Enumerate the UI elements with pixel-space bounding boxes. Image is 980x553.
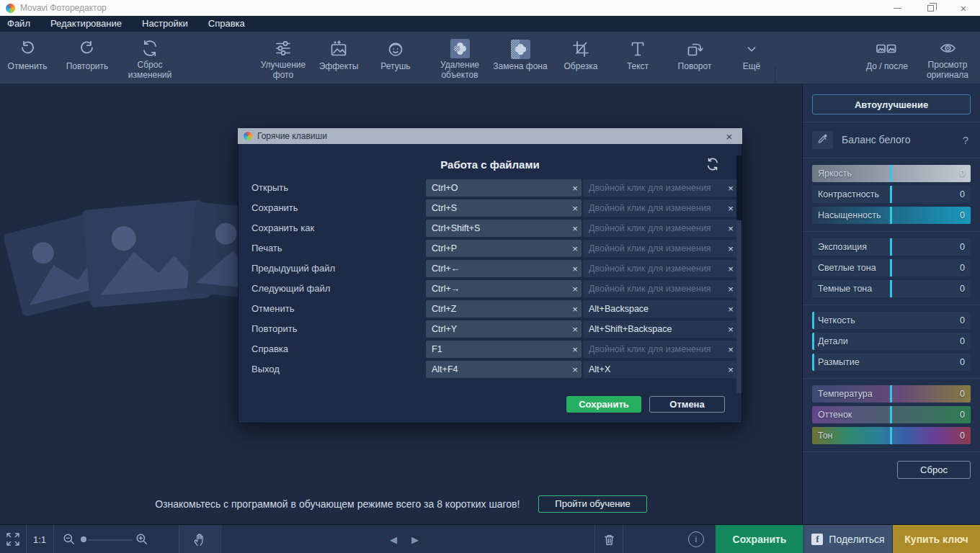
clear-icon[interactable]: × xyxy=(569,223,582,234)
clear-icon[interactable]: × xyxy=(724,203,737,214)
hotkey-secondary-input[interactable]: Двойной клик для изменения× xyxy=(583,179,737,197)
slider-handle[interactable] xyxy=(812,312,814,329)
hotkey-secondary-input[interactable]: Alt+Shift+Backspace× xyxy=(583,320,737,338)
slider-highlights[interactable]: Светлые тона0 xyxy=(812,259,971,276)
slider-handle[interactable] xyxy=(812,333,814,350)
undo-button[interactable]: Отменить xyxy=(0,37,55,81)
hotkey-secondary-input[interactable]: Alt+X× xyxy=(583,361,737,378)
hand-tool-button[interactable] xyxy=(179,525,220,553)
take-tutorial-button[interactable]: Пройти обучение xyxy=(538,495,646,513)
hotkey-secondary-input[interactable]: Двойной клик для изменения× xyxy=(583,240,737,257)
info-button[interactable]: i xyxy=(682,525,710,553)
share-button[interactable]: fПоделиться xyxy=(804,525,892,553)
slider-handle[interactable] xyxy=(812,354,814,371)
slider-shadows[interactable]: Темные тона0 xyxy=(812,280,971,297)
reset-adjustments-button[interactable]: Сброс xyxy=(897,461,971,479)
dialog-cancel-button[interactable]: Отмена xyxy=(649,396,725,413)
fit-to-screen-button[interactable] xyxy=(1,525,24,553)
hotkey-secondary-input[interactable]: Двойной клик для изменения× xyxy=(583,260,737,277)
slider-tint[interactable]: Оттенок0 xyxy=(812,406,971,423)
clear-icon[interactable]: × xyxy=(569,284,582,295)
clear-icon[interactable]: × xyxy=(724,183,737,194)
hotkey-primary-input[interactable]: Ctrl+O× xyxy=(426,179,582,197)
clear-icon[interactable]: × xyxy=(569,203,582,214)
tool-remove-objects[interactable]: Удаление объектов xyxy=(427,37,493,81)
slider-handle[interactable] xyxy=(890,427,892,444)
maximize-button[interactable] xyxy=(914,0,947,16)
hotkey-primary-input[interactable]: Alt+F4× xyxy=(426,361,582,378)
hotkey-primary-input[interactable]: F1× xyxy=(426,341,582,358)
zoom-1-1-button[interactable]: 1:1 xyxy=(27,525,52,553)
slider-hue[interactable]: Тон0 xyxy=(812,427,971,444)
refresh-hotkeys-icon[interactable] xyxy=(705,157,720,174)
clear-icon[interactable]: × xyxy=(569,304,582,315)
minimize-button[interactable] xyxy=(881,0,914,16)
buy-key-button[interactable]: Купить ключ xyxy=(893,525,980,553)
autoenhance-button[interactable]: Автоулучшение xyxy=(812,94,971,114)
clear-icon[interactable]: × xyxy=(569,344,582,355)
hotkey-secondary-input[interactable]: Двойной клик для изменения× xyxy=(583,199,737,217)
slider-details[interactable]: Детали0 xyxy=(812,333,971,350)
clear-icon[interactable]: × xyxy=(724,264,737,274)
clear-icon[interactable]: × xyxy=(724,364,737,375)
clear-icon[interactable]: × xyxy=(724,344,737,355)
help-icon[interactable]: ? xyxy=(963,134,971,146)
slider-saturation[interactable]: Насыщенность0 xyxy=(812,207,971,224)
next-file-button[interactable]: ▶ xyxy=(405,525,425,553)
hotkey-primary-input[interactable]: Ctrl+Z× xyxy=(426,300,582,318)
tool-crop[interactable]: Обрезка xyxy=(548,37,614,81)
slider-handle[interactable] xyxy=(890,186,892,203)
close-button[interactable]: × xyxy=(947,0,980,16)
menu-file[interactable]: Файл xyxy=(7,16,40,32)
hotkey-secondary-input[interactable]: Двойной клик для изменения× xyxy=(583,280,737,297)
zoom-slider-track[interactable] xyxy=(88,539,133,541)
save-photo-button[interactable]: Сохранить xyxy=(716,525,803,553)
clear-icon[interactable]: × xyxy=(569,364,582,375)
slider-temperature[interactable]: Температура0 xyxy=(812,385,971,403)
clear-icon[interactable]: × xyxy=(569,183,582,194)
hotkey-secondary-input[interactable]: Двойной клик для изменения× xyxy=(583,341,737,358)
slider-handle[interactable] xyxy=(890,406,892,423)
tool-replace-background[interactable]: Замена фона xyxy=(493,37,548,81)
hotkey-primary-input[interactable]: Ctrl+S× xyxy=(426,199,582,217)
reset-changes-button[interactable]: Сброс изменений xyxy=(120,37,180,81)
hotkey-primary-input[interactable]: Ctrl+Shift+S× xyxy=(426,220,582,237)
scrollbar-thumb[interactable] xyxy=(736,220,741,393)
slider-handle[interactable] xyxy=(890,207,892,224)
eyedropper-button[interactable] xyxy=(812,131,833,149)
hotkey-secondary-input[interactable]: Alt+Backspace× xyxy=(583,300,737,318)
clear-icon[interactable]: × xyxy=(569,324,582,335)
tool-rotate[interactable]: Поворот xyxy=(662,37,728,81)
hotkey-primary-input[interactable]: Ctrl+Y× xyxy=(426,320,582,338)
slider-handle[interactable] xyxy=(890,165,892,182)
slider-exposure[interactable]: Экспозиция0 xyxy=(812,238,971,256)
tool-effects[interactable]: Эффекты xyxy=(313,37,365,81)
clear-icon[interactable]: × xyxy=(724,284,737,295)
clear-icon[interactable]: × xyxy=(569,264,582,274)
slider-handle[interactable] xyxy=(890,280,892,297)
tool-retouch[interactable]: Ретушь xyxy=(365,37,427,81)
before-after-button[interactable]: До / после xyxy=(855,37,919,81)
clear-icon[interactable]: × xyxy=(724,304,737,315)
redo-button[interactable]: Повторить xyxy=(56,37,118,81)
slider-brightness[interactable]: Яркость0 xyxy=(812,165,971,182)
hotkey-primary-input[interactable]: Ctrl+P× xyxy=(426,240,582,257)
menu-settings[interactable]: Настройки xyxy=(132,16,198,32)
slider-handle[interactable] xyxy=(890,259,892,276)
hotkey-primary-input[interactable]: Ctrl+→× xyxy=(426,280,582,297)
dialog-save-button[interactable]: Сохранить xyxy=(566,396,641,413)
tool-enhance-photo[interactable]: Улучшение фото xyxy=(254,37,313,81)
slider-sharpness[interactable]: Четкость0 xyxy=(812,312,971,329)
clear-icon[interactable]: × xyxy=(724,243,737,254)
clear-icon[interactable]: × xyxy=(569,243,582,254)
slider-contrast[interactable]: Контрастность0 xyxy=(812,186,971,203)
slider-handle[interactable] xyxy=(890,238,892,256)
zoom-out-icon[interactable] xyxy=(59,525,79,553)
tool-more[interactable]: Ещё xyxy=(728,37,775,81)
slider-handle[interactable] xyxy=(890,385,892,403)
menu-edit[interactable]: Редактирование xyxy=(40,16,132,32)
dialog-close-icon[interactable]: × xyxy=(722,130,736,143)
zoom-slider-handle[interactable] xyxy=(81,536,86,542)
zoom-in-icon[interactable] xyxy=(132,525,152,553)
tool-text[interactable]: Текст xyxy=(614,37,662,81)
